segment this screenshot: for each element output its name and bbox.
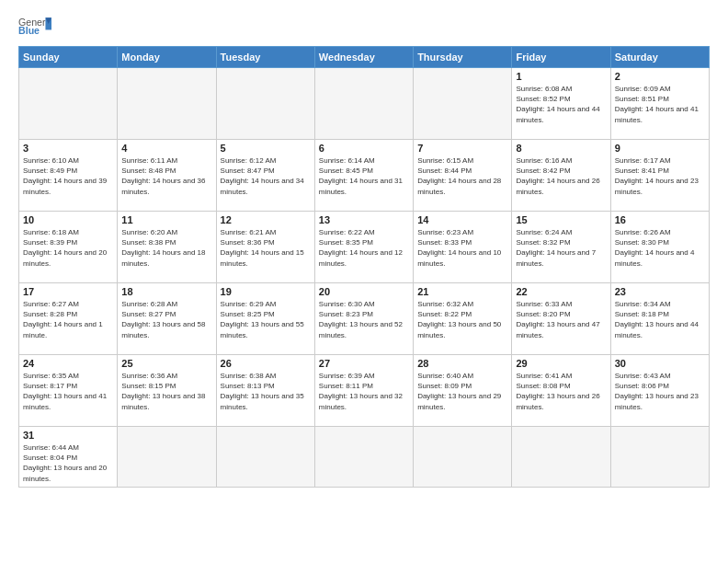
day-number: 5 <box>221 143 311 154</box>
calendar-week-0: 1Sunrise: 6:08 AM Sunset: 8:52 PM Daylig… <box>19 68 710 140</box>
day-number: 10 <box>23 214 113 225</box>
day-number: 31 <box>23 430 113 441</box>
day-number: 24 <box>23 358 113 369</box>
header: General Blue <box>18 15 710 40</box>
day-info: Sunrise: 6:35 AM Sunset: 8:17 PM Dayligh… <box>23 371 113 412</box>
day-number: 27 <box>319 358 409 369</box>
calendar-week-4: 24Sunrise: 6:35 AM Sunset: 8:17 PM Dayli… <box>19 355 710 427</box>
day-info: Sunrise: 6:20 AM Sunset: 8:38 PM Dayligh… <box>121 227 211 269</box>
day-info: Sunrise: 6:43 AM Sunset: 8:06 PM Dayligh… <box>615 371 705 412</box>
day-number: 1 <box>516 71 606 82</box>
day-info: Sunrise: 6:24 AM Sunset: 8:32 PM Dayligh… <box>516 227 606 269</box>
calendar-cell: 28Sunrise: 6:40 AM Sunset: 8:09 PM Dayli… <box>414 355 512 427</box>
calendar-cell: 10Sunrise: 6:18 AM Sunset: 8:39 PM Dayli… <box>19 212 118 283</box>
weekday-header-sunday: Sunday <box>19 47 118 68</box>
day-info: Sunrise: 6:18 AM Sunset: 8:39 PM Dayligh… <box>23 227 113 269</box>
day-info: Sunrise: 6:12 AM Sunset: 8:47 PM Dayligh… <box>221 155 311 197</box>
day-info: Sunrise: 6:40 AM Sunset: 8:09 PM Dayligh… <box>417 371 507 412</box>
day-number: 14 <box>417 214 507 225</box>
calendar-cell: 20Sunrise: 6:30 AM Sunset: 8:23 PM Dayli… <box>314 283 413 355</box>
day-info: Sunrise: 6:34 AM Sunset: 8:18 PM Dayligh… <box>615 299 705 340</box>
day-info: Sunrise: 6:41 AM Sunset: 8:08 PM Dayligh… <box>516 371 606 412</box>
calendar-cell: 13Sunrise: 6:22 AM Sunset: 8:35 PM Dayli… <box>314 212 413 283</box>
day-number: 23 <box>615 286 705 297</box>
day-number: 4 <box>121 143 211 154</box>
calendar-cell: 17Sunrise: 6:27 AM Sunset: 8:28 PM Dayli… <box>19 283 118 355</box>
day-number: 3 <box>23 143 113 154</box>
day-info: Sunrise: 6:27 AM Sunset: 8:28 PM Dayligh… <box>23 299 113 340</box>
calendar-cell: 31Sunrise: 6:44 AM Sunset: 8:04 PM Dayli… <box>19 427 118 488</box>
calendar-week-1: 3Sunrise: 6:10 AM Sunset: 8:49 PM Daylig… <box>19 140 710 212</box>
day-number: 26 <box>221 358 311 369</box>
calendar-cell: 2Sunrise: 6:09 AM Sunset: 8:51 PM Daylig… <box>610 68 709 140</box>
calendar-cell <box>610 427 709 488</box>
day-number: 9 <box>615 143 705 154</box>
calendar-cell: 12Sunrise: 6:21 AM Sunset: 8:36 PM Dayli… <box>216 212 314 283</box>
day-number: 13 <box>319 214 409 225</box>
calendar-cell <box>216 427 314 488</box>
day-number: 17 <box>23 286 113 297</box>
day-info: Sunrise: 6:17 AM Sunset: 8:41 PM Dayligh… <box>615 155 705 197</box>
calendar-cell: 14Sunrise: 6:23 AM Sunset: 8:33 PM Dayli… <box>414 212 512 283</box>
calendar-cell <box>414 68 512 140</box>
calendar-cell: 30Sunrise: 6:43 AM Sunset: 8:06 PM Dayli… <box>610 355 709 427</box>
day-info: Sunrise: 6:26 AM Sunset: 8:30 PM Dayligh… <box>615 227 705 269</box>
logo: General Blue <box>18 15 51 40</box>
svg-text:Blue: Blue <box>18 25 40 36</box>
day-number: 2 <box>615 71 705 82</box>
day-number: 20 <box>319 286 409 297</box>
calendar-cell: 26Sunrise: 6:38 AM Sunset: 8:13 PM Dayli… <box>216 355 314 427</box>
calendar-cell: 16Sunrise: 6:26 AM Sunset: 8:30 PM Dayli… <box>610 212 709 283</box>
weekday-header-saturday: Saturday <box>610 47 709 68</box>
day-number: 30 <box>615 358 705 369</box>
day-number: 18 <box>121 286 211 297</box>
calendar-cell: 5Sunrise: 6:12 AM Sunset: 8:47 PM Daylig… <box>216 140 314 212</box>
day-info: Sunrise: 6:21 AM Sunset: 8:36 PM Dayligh… <box>221 227 311 269</box>
calendar-cell: 18Sunrise: 6:28 AM Sunset: 8:27 PM Dayli… <box>118 283 216 355</box>
day-info: Sunrise: 6:29 AM Sunset: 8:25 PM Dayligh… <box>221 299 311 340</box>
calendar-cell <box>314 68 413 140</box>
weekday-header-tuesday: Tuesday <box>216 47 314 68</box>
calendar-cell: 6Sunrise: 6:14 AM Sunset: 8:45 PM Daylig… <box>314 140 413 212</box>
day-info: Sunrise: 6:23 AM Sunset: 8:33 PM Dayligh… <box>417 227 507 269</box>
day-info: Sunrise: 6:32 AM Sunset: 8:22 PM Dayligh… <box>417 299 507 340</box>
calendar-cell: 11Sunrise: 6:20 AM Sunset: 8:38 PM Dayli… <box>118 212 216 283</box>
day-info: Sunrise: 6:09 AM Sunset: 8:51 PM Dayligh… <box>615 84 705 125</box>
calendar-cell: 4Sunrise: 6:11 AM Sunset: 8:48 PM Daylig… <box>118 140 216 212</box>
day-number: 25 <box>121 358 211 369</box>
calendar-cell <box>512 427 610 488</box>
day-number: 28 <box>417 358 507 369</box>
day-number: 12 <box>221 214 311 225</box>
day-number: 29 <box>516 358 606 369</box>
calendar-cell: 9Sunrise: 6:17 AM Sunset: 8:41 PM Daylig… <box>610 140 709 212</box>
calendar-cell <box>19 68 118 140</box>
day-info: Sunrise: 6:39 AM Sunset: 8:11 PM Dayligh… <box>319 371 409 412</box>
day-info: Sunrise: 6:22 AM Sunset: 8:35 PM Dayligh… <box>319 227 409 269</box>
day-info: Sunrise: 6:10 AM Sunset: 8:49 PM Dayligh… <box>23 155 113 197</box>
calendar-week-5: 31Sunrise: 6:44 AM Sunset: 8:04 PM Dayli… <box>19 427 710 488</box>
calendar-cell: 27Sunrise: 6:39 AM Sunset: 8:11 PM Dayli… <box>314 355 413 427</box>
day-number: 15 <box>516 214 606 225</box>
calendar-cell <box>216 68 314 140</box>
generalblue-logo-icon: General Blue <box>18 15 51 40</box>
calendar-cell: 21Sunrise: 6:32 AM Sunset: 8:22 PM Dayli… <box>414 283 512 355</box>
day-number: 19 <box>221 286 311 297</box>
weekday-header-monday: Monday <box>118 47 216 68</box>
day-number: 21 <box>417 286 507 297</box>
day-info: Sunrise: 6:16 AM Sunset: 8:42 PM Dayligh… <box>516 155 606 197</box>
day-number: 11 <box>121 214 211 225</box>
day-info: Sunrise: 6:33 AM Sunset: 8:20 PM Dayligh… <box>516 299 606 340</box>
calendar-cell <box>314 427 413 488</box>
calendar-cell <box>414 427 512 488</box>
calendar-week-2: 10Sunrise: 6:18 AM Sunset: 8:39 PM Dayli… <box>19 212 710 283</box>
day-info: Sunrise: 6:36 AM Sunset: 8:15 PM Dayligh… <box>121 371 211 412</box>
calendar-cell: 3Sunrise: 6:10 AM Sunset: 8:49 PM Daylig… <box>19 140 118 212</box>
calendar-cell <box>118 427 216 488</box>
day-number: 22 <box>516 286 606 297</box>
calendar-cell: 8Sunrise: 6:16 AM Sunset: 8:42 PM Daylig… <box>512 140 610 212</box>
weekday-header-friday: Friday <box>512 47 610 68</box>
day-info: Sunrise: 6:14 AM Sunset: 8:45 PM Dayligh… <box>319 155 409 197</box>
day-number: 16 <box>615 214 705 225</box>
calendar-table: SundayMondayTuesdayWednesdayThursdayFrid… <box>18 46 710 488</box>
day-number: 7 <box>417 143 507 154</box>
